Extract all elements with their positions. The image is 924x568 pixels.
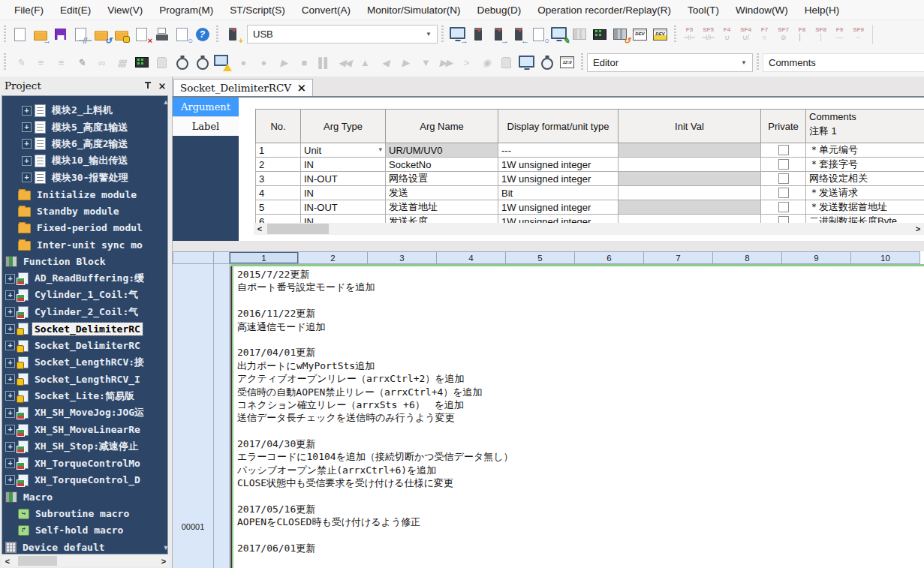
- script-column-cell[interactable]: 4: [437, 251, 506, 264]
- script-column-cell[interactable]: 3: [368, 251, 437, 264]
- fkey-instruction-button[interactable]: F7 ○: [755, 24, 774, 45]
- menu-item[interactable]: File(F): [6, 5, 52, 16]
- fkey-instruction-button[interactable]: SF4 ∪/: [736, 24, 755, 45]
- cell-comment[interactable]: 网络设定相关: [806, 172, 924, 186]
- fkey-instruction-button[interactable]: SF9 ┈: [849, 24, 868, 45]
- argument-row[interactable]: 1 Unit UR/UM/UV0 --- ＊单元编号: [256, 143, 924, 158]
- table-horizontal-scrollbar[interactable]: < >: [254, 223, 924, 235]
- write-plc-icon[interactable]: →: [489, 25, 507, 44]
- fkey-instruction-button[interactable]: F5 ⊣⊢: [680, 24, 699, 45]
- pc-monitor-icon[interactable]: [517, 53, 536, 72]
- tree-item[interactable]: Socket_LengthRCV:接: [2, 354, 167, 371]
- open-project-icon[interactable]: →: [31, 25, 50, 44]
- private-checkbox[interactable]: [778, 188, 789, 198]
- unit-monitor-icon[interactable]: [590, 25, 609, 44]
- script-column-cell[interactable]: 9: [782, 251, 851, 264]
- tree-item[interactable]: Socket_DelimiterRC: [2, 320, 167, 337]
- expand-toggle-icon[interactable]: [5, 274, 15, 284]
- print-icon[interactable]: [152, 25, 171, 44]
- tab-label[interactable]: Label: [173, 116, 239, 136]
- editor-mode-select[interactable]: Editor ▼: [587, 53, 753, 72]
- private-checkbox[interactable]: [778, 159, 789, 170]
- ladder-doc-icon[interactable]: ⊣⊢: [71, 25, 90, 44]
- expand-toggle-icon[interactable]: [5, 374, 15, 384]
- fkey-instruction-button[interactable]: SF5 ⊣/⊢: [699, 24, 718, 45]
- tree-item[interactable]: Cylinder_2_Coil:气: [2, 304, 167, 320]
- close-icon[interactable]: ×: [157, 80, 167, 92]
- step-up-icon[interactable]: ▲: [355, 53, 374, 72]
- record-2-icon[interactable]: ●: [254, 53, 272, 72]
- fkey-instruction-button[interactable]: F4 ∪: [718, 24, 736, 45]
- tree-item[interactable]: Fixed-period modul: [2, 220, 167, 236]
- fkey-instruction-button[interactable]: F9 —: [830, 24, 849, 45]
- read-plc-icon[interactable]: ←: [509, 25, 528, 44]
- menu-item[interactable]: ST/Script(S): [221, 5, 293, 16]
- device-window2-icon[interactable]: DEV: [651, 25, 670, 44]
- save-as-project-icon[interactable]: ↺: [92, 25, 110, 44]
- step-back-icon[interactable]: ◀: [375, 53, 394, 72]
- ladder-grid-icon[interactable]: ▦: [112, 53, 131, 72]
- script-column-cell[interactable]: 10: [851, 251, 920, 264]
- expand-toggle-icon[interactable]: [5, 358, 15, 368]
- cell-arg-name[interactable]: SocketNo: [386, 158, 498, 172]
- cell-display-format[interactable]: 1W unsigned integer: [498, 158, 619, 172]
- menu-item[interactable]: Tool(T): [679, 5, 727, 16]
- cell-comment[interactable]: ＊单元编号: [806, 143, 924, 158]
- monitor-timing-icon[interactable]: [173, 53, 191, 72]
- script-column-cell[interactable]: 2: [299, 251, 368, 264]
- tree-item[interactable]: Device default: [2, 539, 167, 554]
- play-icon[interactable]: ▶: [274, 53, 293, 72]
- menu-item[interactable]: Debug(D): [469, 5, 530, 16]
- project-lock-icon[interactable]: [112, 25, 131, 44]
- argument-row[interactable]: 3 IN-OUT 网络设置 1W unsigned integer 网络设定相关: [256, 172, 924, 186]
- save-project-icon[interactable]: [51, 25, 70, 44]
- fkey-instruction-button[interactable]: SF7 ⊘: [774, 24, 793, 45]
- menu-item[interactable]: Help(H): [796, 5, 848, 16]
- fast-forward-icon[interactable]: ▶▶: [436, 53, 455, 72]
- script-column-cell[interactable]: 8: [713, 251, 782, 264]
- tree-item[interactable]: Inter-unit sync mo: [2, 236, 167, 253]
- script-column-cell[interactable]: 6: [575, 251, 644, 264]
- expand-toggle-icon[interactable]: [5, 290, 15, 300]
- cell-comment[interactable]: ＊套接字号: [806, 158, 924, 172]
- tree-item[interactable]: Socket_Lite:简易版: [2, 388, 167, 404]
- stopwatch-icon[interactable]: [537, 53, 556, 72]
- compare-program-icon[interactable]: ○: [529, 25, 548, 44]
- tree-item[interactable]: Macro: [2, 488, 167, 505]
- cell-arg-type[interactable]: IN: [301, 186, 386, 200]
- tree-item[interactable]: Socket_DelimiterRC: [2, 337, 167, 353]
- step-forward-icon[interactable]: ▶: [396, 53, 414, 72]
- cell-arg-name[interactable]: UR/UM/UV0: [386, 143, 498, 158]
- comm-settings-icon[interactable]: +: [223, 25, 242, 44]
- tree-item[interactable]: Socket_LengthRCV_I: [2, 371, 167, 387]
- cell-arg-type[interactable]: IN-OUT: [301, 172, 386, 186]
- cell-init-val[interactable]: [619, 200, 761, 215]
- list-icon[interactable]: ≡: [51, 53, 70, 72]
- expand-toggle-icon[interactable]: [22, 173, 32, 182]
- list-edit-icon[interactable]: ✎: [71, 53, 90, 72]
- simulator-icon[interactable]: [570, 25, 588, 44]
- print-preview-icon[interactable]: ○: [173, 25, 191, 44]
- tree-item[interactable]: 模块30-报警处理: [2, 170, 167, 186]
- scroll-down-icon[interactable]: ▼: [163, 544, 170, 551]
- scroll-left-icon[interactable]: <: [2, 557, 14, 566]
- tree-item[interactable]: Subroutine macro: [2, 505, 167, 521]
- hand-tool-icon[interactable]: [497, 53, 516, 72]
- continue-icon[interactable]: >: [456, 53, 475, 72]
- scroll-up-icon[interactable]: ▲: [163, 98, 170, 106]
- connection-select[interactable]: USB ▼: [247, 25, 438, 44]
- expand-toggle-icon[interactable]: [22, 106, 32, 116]
- menu-item[interactable]: Window(W): [727, 5, 796, 16]
- cell-init-val[interactable]: [619, 158, 761, 172]
- tab-close-icon[interactable]: ×: [296, 81, 306, 95]
- pause-icon[interactable]: ▌▌: [315, 53, 333, 72]
- pin-icon[interactable]: [143, 81, 152, 90]
- cell-arg-name[interactable]: 网络设置: [386, 172, 498, 186]
- tree-item[interactable]: XH_TorqueControl_D: [2, 472, 167, 488]
- tree-item[interactable]: AD_ReadBuffering:缓: [2, 270, 167, 287]
- scrollbar-thumb[interactable]: [18, 556, 57, 566]
- expand-toggle-icon[interactable]: [5, 341, 15, 350]
- cell-arg-type[interactable]: IN-OUT: [301, 200, 386, 215]
- expand-toggle-icon[interactable]: [5, 307, 15, 317]
- menu-item[interactable]: Convert(A): [293, 5, 359, 16]
